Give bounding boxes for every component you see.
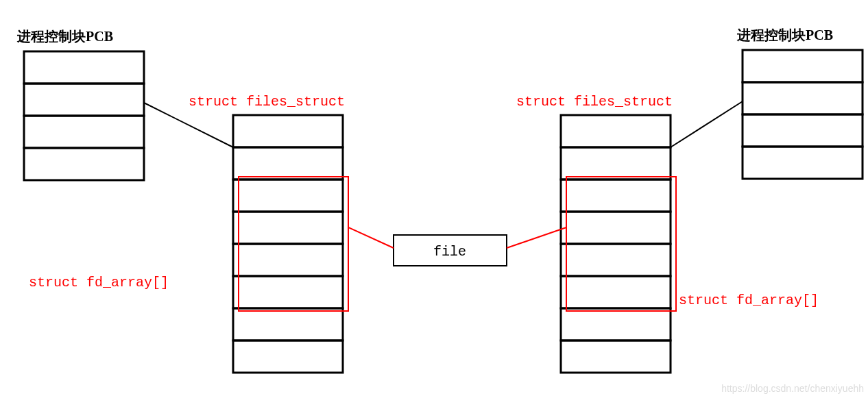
svg-rect-0 [24,51,144,84]
files-struct-left-label: struct files_struct [189,94,345,110]
pcb-left-title: 进程控制块PCB [16,29,113,44]
svg-rect-2 [24,116,144,148]
svg-rect-13 [233,276,343,308]
svg-rect-21 [561,276,671,308]
svg-rect-8 [233,115,343,147]
svg-rect-12 [233,244,343,276]
svg-rect-14 [233,308,343,340]
pcb-left-table [24,51,144,180]
file-box-label: file [433,244,466,260]
svg-rect-4 [743,50,863,82]
pcb-right-title: 进程控制块PCB [736,27,833,42]
svg-rect-11 [233,212,343,244]
svg-rect-10 [233,179,343,212]
watermark: https://blog.csdn.net/chenxiyuehh [721,383,864,394]
svg-rect-17 [561,147,671,179]
fd-array-right-label: struct fd_array[] [679,293,819,308]
svg-rect-16 [561,115,671,147]
svg-rect-5 [743,82,863,114]
svg-rect-23 [561,340,671,373]
diagram-canvas: 进程控制块PCB 进程控制块PCB struct files_struct st… [0,0,868,398]
svg-rect-19 [561,212,671,244]
files-struct-right-label: struct files_struct [516,94,673,110]
svg-rect-20 [561,244,671,276]
svg-rect-15 [233,340,343,373]
fd-array-left-label: struct fd_array[] [29,275,169,290]
svg-rect-7 [743,147,863,179]
files-struct-left-table [233,115,348,373]
svg-rect-6 [743,114,863,147]
edge-files-right-to-file [507,227,566,248]
svg-rect-3 [24,148,144,180]
edge-pcb-right-to-files [671,101,743,147]
file-box: file [394,235,507,266]
pcb-right-table [743,50,863,179]
files-struct-right-table [561,115,676,373]
edge-files-left-to-file [348,227,394,248]
svg-rect-18 [561,179,671,212]
svg-rect-9 [233,147,343,179]
svg-rect-1 [24,84,144,116]
svg-rect-22 [561,308,671,340]
